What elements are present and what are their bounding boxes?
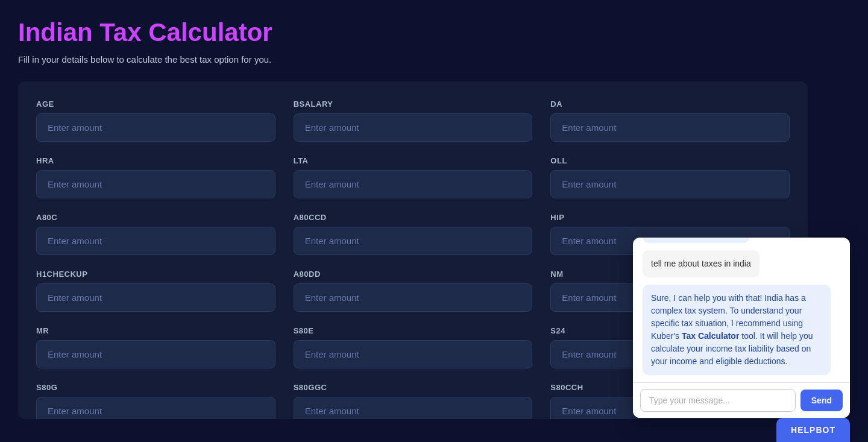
input-a80c[interactable]	[36, 227, 275, 255]
label-a80c: A80C	[36, 213, 275, 222]
field-group-mr: MR	[36, 326, 275, 368]
field-group-age: AGE	[36, 99, 275, 142]
input-bsalary[interactable]	[294, 113, 533, 142]
label-da: DA	[550, 99, 790, 109]
label-s80ggc: S80GGC	[294, 383, 533, 392]
chat-send-button[interactable]: Send	[800, 390, 843, 411]
input-age[interactable]	[36, 113, 275, 142]
page-subtitle: Fill in your details below to calculate …	[18, 54, 850, 65]
field-group-s80g: S80G	[36, 383, 275, 419]
label-hip: HIP	[550, 213, 790, 222]
field-group-bsalary: BSALARY	[294, 99, 533, 142]
chat-input-row: Send	[633, 382, 850, 418]
helpbot-button[interactable]: HELPBOT	[776, 418, 850, 442]
input-h1checkup[interactable]	[36, 283, 275, 312]
field-group-lta: LTA	[294, 156, 533, 198]
label-bsalary: BSALARY	[294, 99, 533, 109]
label-oll: OLL	[550, 156, 790, 165]
label-a80ccd: A80CCD	[294, 213, 533, 222]
input-s80e[interactable]	[294, 340, 533, 368]
field-group-oll: OLL	[550, 156, 790, 198]
label-age: AGE	[36, 99, 275, 109]
field-group-a80dd: A80DD	[294, 270, 533, 312]
field-group-a80ccd: A80CCD	[294, 213, 533, 255]
label-hra: HRA	[36, 156, 275, 165]
chat-input[interactable]	[640, 389, 796, 412]
label-mr: MR	[36, 326, 275, 335]
input-da[interactable]	[550, 113, 790, 142]
field-group-da: DA	[550, 99, 790, 142]
input-lta[interactable]	[294, 170, 533, 198]
input-oll[interactable]	[550, 170, 790, 198]
input-a80dd[interactable]	[294, 283, 533, 312]
label-h1checkup: H1CHECKUP	[36, 270, 275, 279]
field-group-s80e: S80E	[294, 326, 533, 368]
field-group-a80c: A80C	[36, 213, 275, 255]
field-group-hra: HRA	[36, 156, 275, 198]
input-s80ggc[interactable]	[294, 397, 533, 419]
label-a80dd: A80DD	[294, 270, 533, 279]
chat-bubble-bot: Hi, how may I help you?	[643, 238, 749, 243]
page-title: Indian Tax Calculator	[18, 18, 850, 47]
input-hra[interactable]	[36, 170, 275, 198]
chat-messages: Hi, how may I help you?tell me about tax…	[633, 238, 850, 382]
chatbot-panel: Hi, how may I help you?tell me about tax…	[633, 238, 850, 418]
label-s80g: S80G	[36, 383, 275, 392]
label-lta: LTA	[294, 156, 533, 165]
chat-bubble-user: tell me about taxes in india	[643, 250, 760, 277]
field-group-s80ggc: S80GGC	[294, 383, 533, 419]
field-group-h1checkup: H1CHECKUP	[36, 270, 275, 312]
input-a80ccd[interactable]	[294, 227, 533, 255]
label-s80e: S80E	[294, 326, 533, 335]
input-mr[interactable]	[36, 340, 275, 368]
input-s80g[interactable]	[36, 397, 275, 419]
chat-bubble-bot: Sure, I can help you with that! India ha…	[643, 285, 831, 375]
